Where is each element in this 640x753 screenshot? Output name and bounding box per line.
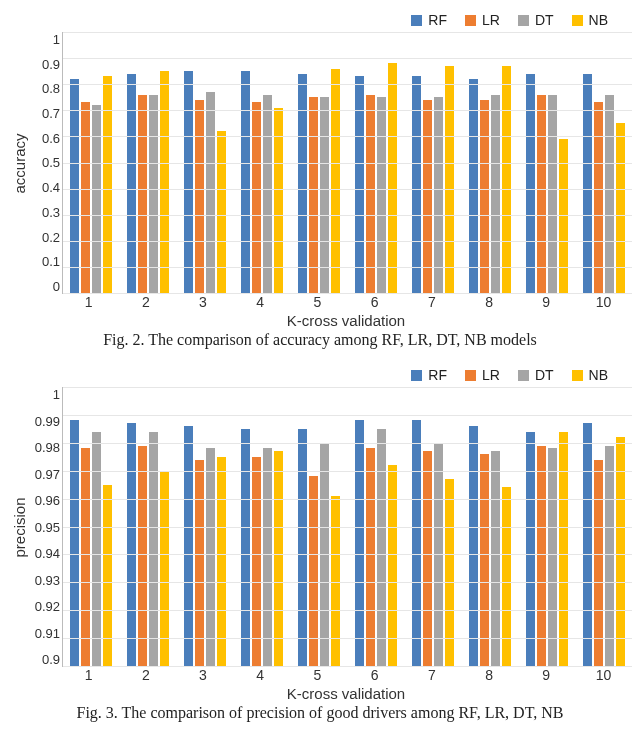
fig3-yticks: 10.990.980.970.960.950.940.930.920.910.9 xyxy=(30,387,62,667)
bar-lr xyxy=(594,102,603,293)
xtick: 4 xyxy=(232,294,289,310)
bar-dt xyxy=(149,432,158,666)
ytick: 0.95 xyxy=(35,520,60,535)
ytick: 0.93 xyxy=(35,573,60,588)
bar-group xyxy=(120,387,177,666)
bar-group xyxy=(575,387,632,666)
legend-label-dt: DT xyxy=(535,367,554,383)
bar-rf xyxy=(127,423,136,666)
xtick: 5 xyxy=(289,667,346,683)
bar-nb xyxy=(217,457,226,666)
bar-nb xyxy=(445,479,454,666)
bar-dt xyxy=(377,97,386,293)
fig3-xticks: 12345678910 xyxy=(60,667,632,683)
bar-group xyxy=(461,387,518,666)
bar-group xyxy=(177,387,234,666)
bar-nb xyxy=(502,487,511,666)
bar-dt xyxy=(206,92,215,293)
bar-group xyxy=(404,387,461,666)
bar-lr xyxy=(309,476,318,666)
fig3-plot xyxy=(62,387,632,667)
legend-label-rf: RF xyxy=(428,367,447,383)
ytick: 0.7 xyxy=(42,106,60,121)
xtick: 2 xyxy=(117,667,174,683)
swatch-rf xyxy=(411,15,422,26)
ytick: 1 xyxy=(53,32,60,47)
bar-group xyxy=(234,387,291,666)
legend-item-rf: RF xyxy=(411,367,447,383)
bar-group xyxy=(518,32,575,293)
fig3-ylabel: precision xyxy=(8,387,30,667)
bar-group xyxy=(404,32,461,293)
fig3-plot-wrap: precision 10.990.980.970.960.950.940.930… xyxy=(8,387,632,667)
legend-item-nb: NB xyxy=(572,12,608,28)
bar-lr xyxy=(195,100,204,293)
bar-rf xyxy=(127,74,136,293)
bar-nb xyxy=(217,131,226,293)
ytick: 0.9 xyxy=(42,57,60,72)
legend-item-dt: DT xyxy=(518,367,554,383)
ytick: 0.91 xyxy=(35,626,60,641)
bar-dt xyxy=(206,448,215,666)
bar-rf xyxy=(469,79,478,293)
legend-label-nb: NB xyxy=(589,367,608,383)
legend-label-lr: LR xyxy=(482,367,500,383)
legend-item-dt: DT xyxy=(518,12,554,28)
xtick: 4 xyxy=(232,667,289,683)
ytick: 0.2 xyxy=(42,230,60,245)
xtick: 7 xyxy=(403,294,460,310)
ytick: 0.9 xyxy=(42,652,60,667)
bar-rf xyxy=(526,432,535,666)
ytick: 0.99 xyxy=(35,414,60,429)
legend-label-dt: DT xyxy=(535,12,554,28)
xtick: 10 xyxy=(575,667,632,683)
bar-dt xyxy=(548,95,557,293)
swatch-nb xyxy=(572,370,583,381)
ytick: 0.5 xyxy=(42,155,60,170)
bar-rf xyxy=(469,426,478,666)
bar-nb xyxy=(388,63,397,293)
bar-rf xyxy=(526,74,535,293)
bar-dt xyxy=(263,95,272,293)
swatch-lr xyxy=(465,15,476,26)
bar-rf xyxy=(70,420,79,666)
ytick: 0.6 xyxy=(42,131,60,146)
bar-dt xyxy=(149,95,158,293)
ytick: 0.8 xyxy=(42,81,60,96)
bar-dt xyxy=(491,95,500,293)
xtick: 2 xyxy=(117,294,174,310)
bar-lr xyxy=(423,100,432,293)
fig2-plot xyxy=(62,32,632,294)
fig3-caption: Fig. 3. The comparison of precision of g… xyxy=(8,704,632,722)
page: RF LR DT NB accuracy 10.90.80.70.60.50.4… xyxy=(0,0,640,722)
bar-group xyxy=(291,387,348,666)
fig3-chart: RF LR DT NB precision 10.990.980.970.960… xyxy=(8,363,632,722)
bar-dt xyxy=(434,97,443,293)
bar-lr xyxy=(423,451,432,666)
bar-group xyxy=(461,32,518,293)
ytick: 0.96 xyxy=(35,493,60,508)
bar-nb xyxy=(445,66,454,293)
fig2-plot-wrap: accuracy 10.90.80.70.60.50.40.30.20.10 xyxy=(8,32,632,294)
swatch-rf xyxy=(411,370,422,381)
fig2-xticks: 12345678910 xyxy=(60,294,632,310)
bar-lr xyxy=(138,446,147,666)
bar-lr xyxy=(366,448,375,666)
legend-label-lr: LR xyxy=(482,12,500,28)
xtick: 9 xyxy=(518,667,575,683)
bar-dt xyxy=(377,429,386,666)
bar-nb xyxy=(103,485,112,666)
xtick: 6 xyxy=(346,667,403,683)
bar-rf xyxy=(241,429,250,666)
bar-group xyxy=(234,32,291,293)
bar-group xyxy=(348,32,405,293)
bar-rf xyxy=(184,71,193,293)
ytick: 0.98 xyxy=(35,440,60,455)
swatch-dt xyxy=(518,370,529,381)
swatch-lr xyxy=(465,370,476,381)
swatch-nb xyxy=(572,15,583,26)
bar-lr xyxy=(366,95,375,293)
bar-nb xyxy=(331,496,340,666)
ytick: 1 xyxy=(53,387,60,402)
bar-lr xyxy=(537,95,546,293)
